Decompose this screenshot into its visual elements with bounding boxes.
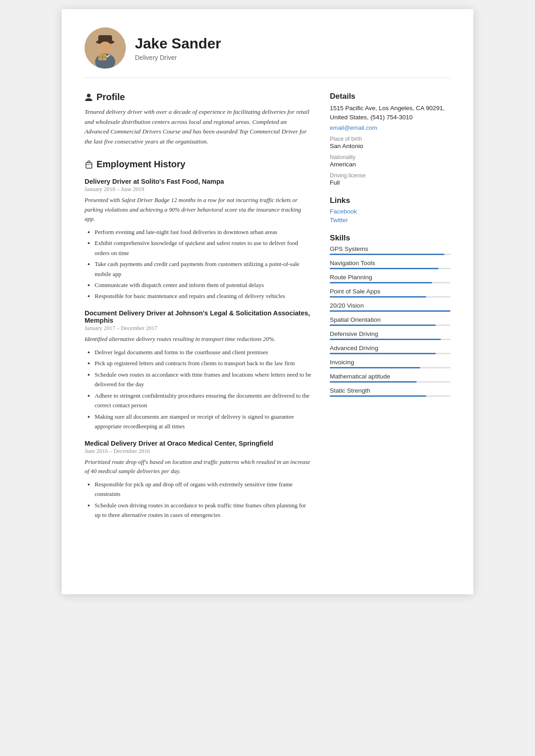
- profile-text: Tenured delivery driver with over a deca…: [85, 107, 311, 146]
- skill-item: Mathematical aptitude: [330, 373, 450, 383]
- bullet-item: Responsible for pick up and drop off of …: [95, 479, 311, 499]
- skill-name: Advanced Driving: [330, 345, 450, 351]
- skill-item: Navigation Tools: [330, 260, 450, 269]
- skill-bar-bg: [330, 254, 450, 255]
- skill-name: Static Strength: [330, 387, 450, 394]
- job-summary-3: Prioritized route drop off's based on lo…: [85, 458, 311, 476]
- skill-bar-bg: [330, 353, 450, 354]
- skill-item: Defensive Driving: [330, 330, 450, 340]
- skill-item: Spatial Orientation: [330, 316, 450, 326]
- bullet-item: Making sure all documents are stamped or…: [95, 412, 311, 431]
- skill-item: 20/20 Vision: [330, 302, 450, 312]
- bullet-item: Exhibit comprehensive knowledge of quick…: [95, 238, 311, 258]
- skill-bar-bg: [330, 310, 450, 312]
- bullet-item: Take cash payments and credit card payme…: [95, 259, 311, 279]
- profile-icon: [85, 93, 93, 101]
- bullet-item: Perform evening and late-night fast food…: [95, 227, 311, 237]
- job-summary-1: Presented with Safest Driver Badge 12 mo…: [85, 196, 311, 223]
- bullet-item: Schedule own routes in accordance with t…: [95, 370, 311, 389]
- link-twitter[interactable]: Twitter: [330, 217, 450, 224]
- skill-bar-fill: [330, 296, 426, 298]
- skill-name: Navigation Tools: [330, 260, 450, 266]
- detail-email: email@email.com: [330, 124, 450, 131]
- skill-bar-fill: [330, 325, 436, 326]
- bullet-item: Deliver legal documents and forms to the…: [95, 347, 311, 357]
- job-date-3: June 2016 – December 2016: [85, 448, 311, 455]
- bullet-item: Pick up registered letters and contracts…: [95, 358, 311, 368]
- skill-item: Static Strength: [330, 387, 450, 397]
- driving-license-value: Full: [330, 179, 450, 186]
- candidate-name: Jake Sander: [135, 35, 450, 52]
- employment-icon: [85, 160, 93, 169]
- links-section-title: Links: [330, 196, 450, 205]
- main-layout: Profile Tenured delivery driver with ove…: [85, 92, 450, 522]
- skill-bar-bg: [330, 296, 450, 298]
- skill-bar-fill: [330, 254, 444, 255]
- jobs-container: Delivery Driver at Solito's Fast Food, N…: [85, 178, 311, 520]
- skill-bar-bg: [330, 381, 450, 383]
- candidate-title: Delivery Driver: [135, 54, 450, 61]
- skill-bar-fill: [330, 395, 426, 397]
- job-title-3: Medical Delivery Driver at Oraco Medical…: [85, 440, 311, 447]
- resume-page: Jake Sander Delivery Driver Profile Tenu…: [62, 9, 473, 594]
- job-summary-2: Identified alternative delivery routes r…: [85, 335, 311, 344]
- skill-name: Defensive Driving: [330, 330, 450, 337]
- bullet-item: Schedule own driving routes in accordanc…: [95, 500, 311, 520]
- profile-title: Profile: [96, 92, 125, 102]
- link-facebook[interactable]: Facebook: [330, 208, 450, 215]
- svg-point-3: [99, 42, 112, 54]
- nationality-value: American: [330, 161, 450, 168]
- bullet-item: Communicate with dispatch center and inf…: [95, 280, 311, 290]
- skill-bar-fill: [330, 310, 450, 312]
- skill-name: Spatial Orientation: [330, 316, 450, 323]
- skill-bar-bg: [330, 339, 450, 340]
- skills-section-title: Skills: [330, 234, 450, 243]
- resume-header: Jake Sander Delivery Driver: [85, 27, 450, 78]
- header-info: Jake Sander Delivery Driver: [135, 35, 450, 61]
- skill-bar-bg: [330, 268, 450, 269]
- skill-bar-bg: [330, 395, 450, 397]
- profile-section-header: Profile: [85, 92, 311, 102]
- skill-name: 20/20 Vision: [330, 302, 450, 309]
- job-title-1: Delivery Driver at Solito's Fast Food, N…: [85, 178, 311, 185]
- skill-name: Point of Sale Apps: [330, 288, 450, 295]
- skill-item: Invoicing: [330, 359, 450, 368]
- job-date-2: January 2017 – December 2017: [85, 325, 311, 332]
- skill-name: Mathematical aptitude: [330, 373, 450, 380]
- skill-name: Route Planning: [330, 274, 450, 281]
- driving-license-label: Driving license: [330, 172, 450, 179]
- svg-rect-2: [98, 35, 112, 43]
- skill-bar-fill: [330, 367, 420, 368]
- svg-point-8: [87, 94, 91, 97]
- skill-bar-bg: [330, 325, 450, 326]
- skill-bar-fill: [330, 353, 436, 354]
- skill-item: Point of Sale Apps: [330, 288, 450, 298]
- bullet-item: Responsible for basic maintenance and re…: [95, 291, 311, 301]
- job-bullets-2: Deliver legal documents and forms to the…: [85, 347, 311, 431]
- place-of-birth-label: Place of birth: [330, 136, 450, 142]
- skill-item: Advanced Driving: [330, 345, 450, 354]
- avatar: [85, 27, 126, 69]
- employment-title: Employment History: [96, 159, 185, 170]
- nationality-label: Nationality: [330, 154, 450, 160]
- skill-bar-fill: [330, 381, 417, 383]
- skill-name: Invoicing: [330, 359, 450, 366]
- skill-item: GPS Systems: [330, 245, 450, 255]
- right-column: Details 1515 Pacific Ave, Los Angeles, C…: [330, 92, 450, 522]
- skill-bar-fill: [330, 268, 438, 269]
- svg-rect-9: [86, 163, 92, 168]
- skill-bar-bg: [330, 282, 450, 283]
- job-bullets-3: Responsible for pick up and drop off of …: [85, 479, 311, 520]
- job-date-1: January 2018 – June 2019: [85, 186, 311, 193]
- details-section-title: Details: [330, 92, 450, 101]
- detail-address: 1515 Pacific Ave, Los Angeles, CA 90291,…: [330, 104, 450, 122]
- job-title-2: Document Delivery Driver at Johnson's Le…: [85, 309, 311, 324]
- bullet-item: Adhere to stringent confidentiality proc…: [95, 391, 311, 410]
- skill-bar-fill: [330, 339, 441, 340]
- employment-section-header: Employment History: [85, 159, 311, 170]
- left-column: Profile Tenured delivery driver with ove…: [85, 92, 311, 522]
- skill-bar-fill: [330, 282, 432, 283]
- skill-bar-bg: [330, 367, 450, 368]
- place-of-birth-value: San Antonio: [330, 143, 450, 149]
- skill-name: GPS Systems: [330, 245, 450, 252]
